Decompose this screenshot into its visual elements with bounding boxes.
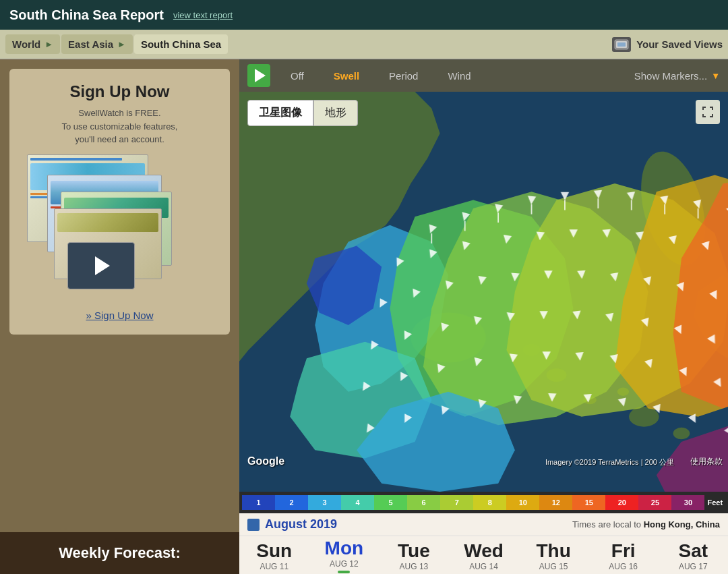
terrain-button[interactable]: 地形 bbox=[313, 100, 358, 126]
svg-point-9 bbox=[629, 407, 659, 427]
saved-views-button[interactable]: Your Saved Views bbox=[612, 37, 723, 52]
month-year: August 2019 bbox=[265, 517, 337, 532]
day-date: AUG 13 bbox=[400, 562, 429, 571]
view-text-report-link[interactable]: view text report bbox=[173, 10, 233, 20]
day-cell-thu[interactable]: ThuAUG 15 bbox=[518, 542, 588, 571]
color-scale: 12345678101215202530Feet bbox=[239, 492, 728, 513]
svg-point-11 bbox=[673, 428, 690, 439]
day-cell-sun[interactable]: SunAUG 11 bbox=[239, 542, 309, 571]
report-label: Report bbox=[120, 7, 163, 22]
scale-cell-3: 3 bbox=[308, 495, 341, 510]
dropdown-arrow-icon: ▼ bbox=[711, 71, 720, 81]
bottom-bar: August 2019 Times are local to Hong Kong… bbox=[239, 513, 728, 574]
day-name: Mon bbox=[325, 539, 364, 558]
map-area: Off Swell Period Wind Show Markers... ▼ bbox=[239, 59, 728, 574]
main-content: Sign Up Now SwellWatch is FREE.To use cu… bbox=[0, 59, 728, 574]
swell-button[interactable]: Swell bbox=[324, 67, 369, 85]
scale-cell-12: 12 bbox=[539, 495, 572, 510]
calendar-icon bbox=[247, 519, 260, 531]
page-title: South China Sea Report bbox=[9, 7, 164, 23]
header: South China Sea Report view text report bbox=[0, 0, 728, 30]
off-button[interactable]: Off bbox=[281, 67, 313, 85]
breadcrumb: World ► East Asia ► South China Sea Your… bbox=[0, 30, 728, 59]
day-date: AUG 14 bbox=[469, 562, 498, 571]
google-attribution: Google bbox=[247, 455, 284, 467]
day-date: AUG 11 bbox=[260, 562, 289, 571]
days-row: SunAUG 11MonAUG 12TueAUG 13WedAUG 14ThuA… bbox=[239, 536, 728, 574]
terms-attribution: 使用条款 bbox=[690, 456, 723, 467]
play-icon bbox=[255, 69, 266, 82]
scale-cell-20: 20 bbox=[605, 495, 638, 510]
timezone-info: Times are local to Hong Kong, China bbox=[572, 519, 720, 529]
chevron-right-icon-2: ► bbox=[117, 39, 126, 49]
period-button[interactable]: Period bbox=[380, 67, 427, 85]
saved-views-label: Your Saved Views bbox=[636, 38, 723, 50]
signup-link[interactable]: » Sign Up Now bbox=[20, 310, 219, 321]
day-date: AUG 16 bbox=[609, 562, 638, 571]
scale-cell-1: 1 bbox=[242, 495, 275, 510]
scale-cell-2: 2 bbox=[275, 495, 308, 510]
day-name: Sat bbox=[678, 542, 708, 561]
map-toolbar: Off Swell Period Wind Show Markers... ▼ bbox=[239, 59, 728, 92]
play-button[interactable] bbox=[247, 64, 270, 87]
imagery-attribution: Imagery ©2019 TerraMetrics | 200 公里 bbox=[545, 457, 674, 467]
scale-cell-15: 15 bbox=[572, 495, 605, 510]
signup-title: Sign Up Now bbox=[20, 82, 219, 101]
date-row: August 2019 Times are local to Hong Kong… bbox=[239, 513, 728, 536]
day-name: Wed bbox=[464, 542, 504, 561]
scale-cell-6: 6 bbox=[407, 495, 440, 510]
chevron-right-icon: ► bbox=[44, 39, 53, 49]
svg-rect-2 bbox=[617, 42, 626, 47]
scale-cell-10: 10 bbox=[506, 495, 539, 510]
scale-cell-8: 8 bbox=[473, 495, 506, 510]
day-cell-fri[interactable]: FriAUG 16 bbox=[588, 542, 659, 571]
day-name: Fri bbox=[611, 542, 636, 561]
day-cell-mon[interactable]: MonAUG 12 bbox=[309, 539, 380, 573]
fullscreen-button[interactable] bbox=[696, 100, 720, 124]
signup-box: Sign Up Now SwellWatch is FREE.To use cu… bbox=[9, 69, 230, 335]
scale-cell-4: 4 bbox=[341, 495, 374, 510]
scale-cell-5: 5 bbox=[374, 495, 407, 510]
scale-cell-30: 30 bbox=[671, 495, 704, 510]
day-name: Thu bbox=[536, 542, 570, 561]
signup-description: SwellWatch is FREE.To use customizable f… bbox=[20, 107, 219, 146]
timezone-location: Hong Kong, China bbox=[644, 519, 720, 529]
breadcrumb-south-china-sea[interactable]: South China Sea bbox=[134, 34, 228, 54]
saved-views-icon bbox=[612, 37, 631, 52]
wind-button[interactable]: Wind bbox=[438, 67, 480, 85]
scale-unit: Feet bbox=[704, 498, 725, 507]
region-name: South China Sea bbox=[9, 7, 117, 22]
breadcrumb-east-asia[interactable]: East Asia ► bbox=[61, 34, 133, 54]
show-markers-button[interactable]: Show Markers... ▼ bbox=[634, 70, 720, 82]
day-cell-sat[interactable]: SatAUG 17 bbox=[658, 542, 728, 571]
scale-cell-25: 25 bbox=[638, 495, 671, 510]
day-date: AUG 12 bbox=[330, 559, 359, 569]
day-indicator bbox=[338, 571, 350, 573]
map-svg bbox=[239, 92, 728, 492]
satellite-button[interactable]: 卫星图像 bbox=[247, 100, 313, 126]
map-type-buttons: 卫星图像 地形 bbox=[247, 100, 358, 126]
signup-screenshots bbox=[20, 154, 219, 303]
map-container[interactable]: 卫星图像 地形 Google Imagery ©2019 TerraMetric… bbox=[239, 92, 728, 492]
day-name: Sun bbox=[256, 542, 292, 561]
video-thumbnail[interactable] bbox=[67, 242, 135, 289]
day-name: Tue bbox=[398, 542, 430, 561]
day-date: AUG 15 bbox=[539, 562, 568, 571]
breadcrumb-world[interactable]: World ► bbox=[5, 34, 60, 54]
scale-cell-7: 7 bbox=[440, 495, 473, 510]
day-cell-tue[interactable]: TueAUG 13 bbox=[379, 542, 449, 571]
play-icon bbox=[95, 256, 110, 275]
fullscreen-icon bbox=[701, 105, 715, 119]
day-cell-wed[interactable]: WedAUG 14 bbox=[449, 542, 519, 571]
sidebar: Sign Up Now SwellWatch is FREE.To use cu… bbox=[0, 59, 239, 574]
day-date: AUG 17 bbox=[679, 562, 708, 571]
weekly-forecast-label: Weekly Forecast: bbox=[0, 532, 239, 574]
